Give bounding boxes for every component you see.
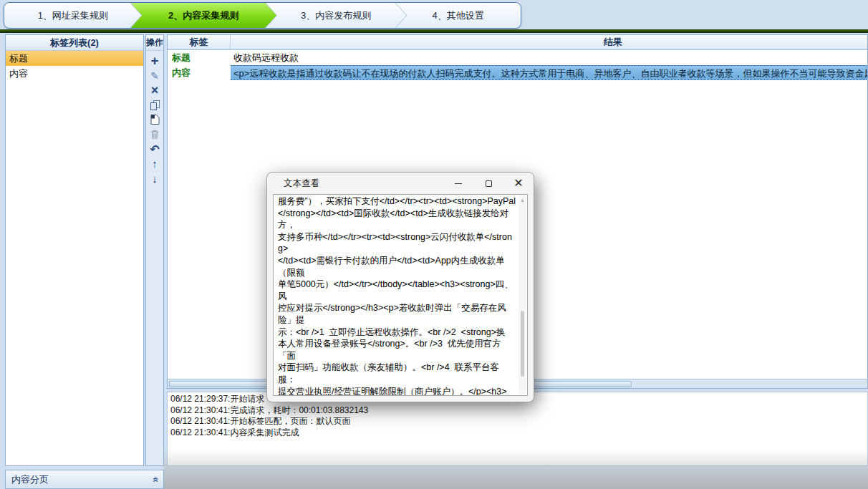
column-header-tag: 标签 [168, 35, 231, 49]
row-tag-label: 内容 [168, 65, 231, 80]
row-tag-label: 标题 [168, 50, 231, 65]
paste-icon[interactable] [147, 112, 163, 127]
add-icon[interactable]: + [147, 54, 163, 69]
tab-other-settings[interactable]: 4、其他设置 [395, 3, 521, 28]
ops-header: 操作 [146, 35, 163, 51]
tag-list-panel: 标签列表(2) 标题 内容 [5, 34, 144, 466]
dialog-title: 文本查看 [267, 178, 443, 190]
results-grid-inner: 标签 结果 标题 收款码远程收款 内容 <p>远程收款是指通过收款码让不在现场的… [168, 35, 868, 80]
trash-icon[interactable] [147, 127, 163, 142]
edit-icon[interactable]: ✎ [147, 69, 163, 84]
column-header-result: 结果 [231, 35, 868, 49]
dialog-scrollbar-thumb[interactable] [521, 311, 524, 377]
collapse-chevron-icon[interactable]: » [150, 477, 159, 483]
move-up-icon[interactable]: ↑ [147, 157, 163, 172]
tab-label: 4、其他设置 [433, 9, 484, 22]
wizard-tabbar: 1、网址采集规则 2、内容采集规则 3、内容发布规则 4、其他设置 [4, 2, 521, 29]
tab-content-publish-rules[interactable]: 3、内容发布规则 [266, 3, 406, 28]
results-header-row: 标签 结果 [168, 35, 868, 50]
result-row-content[interactable]: 内容 <p>远程收款是指通过收款码让不在现场的付款人扫码完成支付。这种方式常用于… [168, 65, 868, 80]
maximize-button[interactable] [473, 173, 503, 194]
ops-panel: 操作 + ✎ × ↶ ↑ ↓ [145, 34, 164, 466]
log-line: 06/12 21:30:41:内容采集测试完成 [170, 427, 864, 439]
minimize-button[interactable] [443, 173, 473, 194]
dialog-text-area[interactable]: 服务费”），买家拍下支付</td></tr><tr><td><strong>Pa… [273, 194, 528, 396]
close-button[interactable]: ✕ [503, 173, 534, 194]
tag-list-header: 标签列表(2) [6, 35, 143, 51]
ops-icons: + ✎ × ↶ ↑ ↓ [146, 51, 163, 186]
tab-url-collect-rules[interactable]: 1、网址采集规则 [4, 3, 142, 28]
maximize-icon [486, 180, 492, 187]
scrollbar-up-arrow-icon[interactable]: ▴ [519, 197, 526, 203]
log-panel[interactable]: 06/12 21:29:37:开始请求 06/12 21:30:41:完成请求，… [167, 392, 868, 466]
tab-label: 1、网址采集规则 [38, 9, 108, 22]
tag-list-item-content[interactable]: 内容 [6, 66, 143, 81]
close-icon: ✕ [513, 178, 523, 189]
content-paging-label: 内容分页 [11, 473, 49, 486]
tab-content-collect-rules[interactable]: 2、内容采集规则 [131, 3, 276, 28]
tab-label: 2、内容采集规则 [168, 9, 238, 22]
dialog-html-source-text: 服务费”），买家拍下支付</td></tr><tr><td><strong>Pa… [278, 196, 516, 396]
tag-list-item-title[interactable]: 标题 [6, 51, 143, 66]
result-row-title[interactable]: 标题 收款码远程收款 [168, 50, 868, 65]
tabbar-underline [0, 29, 868, 33]
content-paging-bar[interactable]: 内容分页 » [5, 470, 164, 489]
copy-icon[interactable] [147, 98, 163, 113]
minimize-icon [455, 183, 462, 184]
log-line: 06/12 21:30:41:完成请求，耗时：00:01:03.8832143 [170, 405, 864, 417]
tab-label: 3、内容发布规则 [301, 9, 371, 22]
log-line: 06/12 21:30:41:开始标签匹配，页面：默认页面 [170, 416, 864, 427]
dialog-titlebar[interactable]: 文本查看 ✕ [267, 173, 534, 194]
text-view-dialog: 文本查看 ✕ 服务费”），买家拍下支付</td></tr><tr><td><st… [266, 172, 534, 402]
undo-icon[interactable]: ↶ [147, 142, 163, 157]
dialog-vertical-scrollbar[interactable]: ▴ [519, 195, 526, 394]
row-value[interactable]: 收款码远程收款 [231, 50, 868, 65]
row-value-selected[interactable]: <p>远程收款是指通过收款码让不在现场的付款人扫码完成支付。这种方式常用于电商、… [231, 65, 868, 80]
delete-icon[interactable]: × [147, 83, 163, 98]
move-down-icon[interactable]: ↓ [147, 171, 163, 186]
